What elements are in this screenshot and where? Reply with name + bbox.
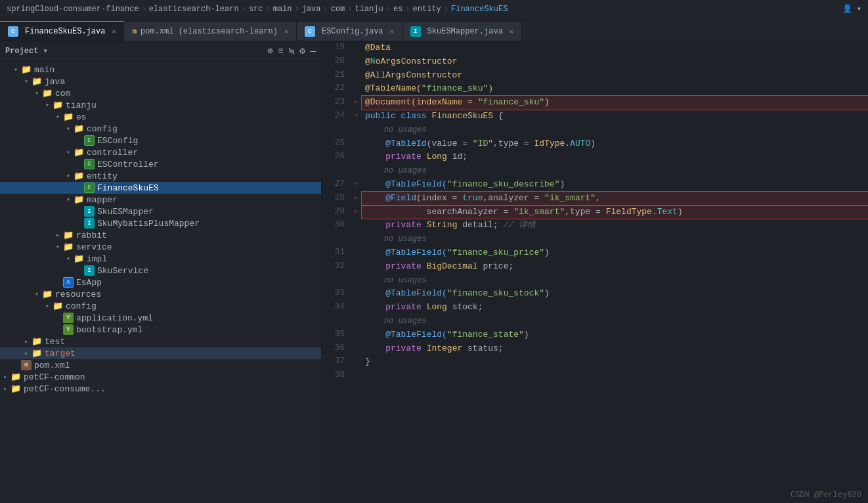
line-content[interactable]: @Document(indexName = "finance_sku") (362, 96, 868, 110)
line-content[interactable]: @TableId(value = "ID",type = IdType.AUTO… (362, 137, 868, 151)
tree-item-resources-config[interactable]: 📁 config (0, 300, 321, 312)
tree-item-esconfig[interactable]: C ESConfig (0, 135, 321, 146)
tree-item-service[interactable]: 📁 service (0, 241, 321, 253)
tab-close-button[interactable]: ✕ (284, 28, 288, 35)
line-content[interactable]: private Long stock; (362, 301, 868, 315)
tree-item-java[interactable]: 📁 java (0, 76, 321, 87)
tree-arrow[interactable] (53, 113, 63, 121)
tree-item-label: FinanceSkuES (97, 183, 159, 193)
breadcrumb-item-current: FinanceSkuES (451, 5, 508, 14)
code-editor[interactable]: 19 @Data 20 @NoArgsConstructor 21 @AllAr… (322, 41, 868, 503)
line-content[interactable]: @Field(index = true,analyzer = "ik_smart… (362, 192, 868, 206)
breadcrumb-item[interactable]: src (249, 5, 263, 14)
line-content[interactable]: private BigDecimal price; (362, 260, 868, 274)
tab-sku-es-mapper[interactable]: I SkuESMapper.java ✕ (402, 21, 522, 41)
breadcrumb-item[interactable]: es (393, 5, 402, 14)
expand-icon[interactable]: ≒ (289, 45, 294, 56)
line-content[interactable]: @TableField("finance_sku_stock") (362, 287, 868, 301)
tree-arrow[interactable] (21, 349, 32, 357)
breadcrumb-item[interactable]: com (331, 5, 345, 14)
tab-close-button[interactable]: ✕ (112, 28, 116, 35)
line-content[interactable]: public class FinanceSkuES { (362, 110, 868, 123)
tab-es-config[interactable]: C ESConfig.java ✕ (297, 21, 402, 41)
line-content[interactable]: @Data (362, 41, 868, 55)
tree-item-petcf-consume[interactable]: 📁 petCF-consume... (0, 383, 321, 395)
tree-item-esapp[interactable]: A EsApp (0, 276, 321, 288)
breadcrumb-item[interactable]: entity (413, 5, 441, 14)
collapse-icon[interactable]: ≡ (278, 46, 283, 56)
folder-icon: 📁 (32, 336, 42, 347)
tree-arrow[interactable] (32, 89, 42, 97)
tree-item-target[interactable]: 📁 target (0, 347, 321, 359)
tab-close-button[interactable]: ✕ (510, 28, 513, 35)
breadcrumb-item[interactable]: springCloud-consumer-finance (7, 5, 139, 14)
fold-indicator[interactable]: ⊢ (355, 181, 358, 188)
tree-arrow[interactable] (0, 385, 11, 393)
tree-item-mapper[interactable]: 📁 mapper (0, 194, 321, 206)
tree-item-es[interactable]: 📁 es (0, 111, 321, 123)
tree-arrow[interactable] (0, 373, 11, 381)
tree-arrow[interactable] (63, 148, 74, 156)
tree-arrow[interactable] (42, 302, 53, 310)
tree-arrow[interactable] (21, 77, 32, 85)
tab-pom-xml[interactable]: m pom.xml (elasticsearch-learn) ✕ (124, 21, 296, 41)
tree-item-skumybatisplusmapper[interactable]: I SkuMybatisPlusMapper (0, 217, 321, 229)
tree-item-impl[interactable]: 📁 impl (0, 253, 321, 265)
line-content[interactable]: @TableField("finance_sku_price") (362, 246, 868, 260)
file-icon-i: I (84, 265, 95, 276)
breadcrumb-item[interactable]: elasticsearch-learn (149, 5, 239, 14)
line-content: no usages (362, 315, 868, 328)
tree-arrow[interactable] (53, 231, 63, 239)
tree-item-skuservice[interactable]: I SkuService (0, 265, 321, 276)
tree-item-main[interactable]: 📁 main (0, 64, 321, 76)
tree-item-controller[interactable]: 📁 controller (0, 146, 321, 158)
tree-arrow[interactable] (11, 66, 21, 74)
line-content: no usages (362, 274, 868, 288)
line-content[interactable]: @TableField("finance_state") (362, 328, 868, 342)
tree-item-application-yml[interactable]: Y application.yml (0, 312, 321, 324)
tree-item-com[interactable]: 📁 com (0, 87, 321, 99)
tree-item-tianju[interactable]: 📁 tianju (0, 99, 321, 111)
line-content[interactable]: @TableName("finance_sku") (362, 82, 868, 96)
tree-arrow[interactable] (21, 338, 32, 345)
tree-item-skuesmapper[interactable]: I SkuESMapper (0, 206, 321, 217)
tree-item-entity[interactable]: 📁 entity (0, 170, 321, 182)
breadcrumb-item[interactable]: main (273, 5, 292, 14)
tree-arrow[interactable] (63, 196, 74, 204)
user-icon[interactable]: 👤 ▾ (842, 4, 861, 14)
tree-arrow[interactable] (63, 255, 74, 263)
line-content[interactable]: private Integer status; (362, 342, 868, 356)
line-content[interactable]: } (362, 355, 868, 369)
tree-item-resources[interactable]: 📁 resources (0, 288, 321, 300)
locate-icon[interactable]: ⊕ (267, 45, 272, 56)
breadcrumb-item[interactable]: java (302, 5, 321, 14)
tree-item-escontroller[interactable]: C ESController (0, 158, 321, 170)
line-content[interactable]: searchAnalyzer = "ik_smart",type = Field… (362, 206, 868, 219)
tab-close-button[interactable]: ✕ (390, 28, 394, 35)
close-sidebar-icon[interactable]: — (311, 46, 316, 56)
fold-indicator[interactable]: ▾ (355, 112, 358, 120)
breadcrumb-item[interactable]: tianju (355, 5, 383, 14)
line-content[interactable]: @NoArgsConstructor (362, 55, 868, 69)
tree-arrow[interactable] (63, 172, 74, 180)
tree-arrow[interactable] (53, 243, 63, 251)
tab-finance-sku-es[interactable]: C FinanceSkuES.java ✕ (0, 21, 124, 41)
tree-item-bootstrap-yml[interactable]: Y bootstrap.yml (0, 324, 321, 336)
tree-arrow[interactable] (32, 290, 42, 298)
line-content[interactable]: private String detail; // 详情 (362, 219, 868, 232)
settings-icon[interactable]: ⚙ (299, 45, 305, 56)
code-line-19: 19 @Data (322, 41, 868, 55)
tree-arrow[interactable] (63, 125, 74, 133)
line-content[interactable]: @AllArgsConstructor (362, 69, 868, 83)
tree-item-financeskues[interactable]: C FinanceSkuES (0, 182, 321, 194)
tree-item-pom-xml[interactable]: m pom.xml (0, 359, 321, 371)
tree-item-config[interactable]: 📁 config (0, 123, 321, 135)
line-content[interactable]: private Long id; (362, 150, 868, 164)
tree-item-test[interactable]: 📁 test (0, 336, 321, 347)
tree-item-petcf-common[interactable]: 📁 petCF-common (0, 371, 321, 383)
line-content[interactable]: @TableField("finance_sku_describe") (362, 178, 868, 192)
tree-item-rabbit[interactable]: 📁 rabbit (0, 229, 321, 241)
file-icon-i: I (84, 218, 95, 229)
line-number: 28 (322, 192, 351, 206)
tree-arrow[interactable] (42, 101, 53, 109)
